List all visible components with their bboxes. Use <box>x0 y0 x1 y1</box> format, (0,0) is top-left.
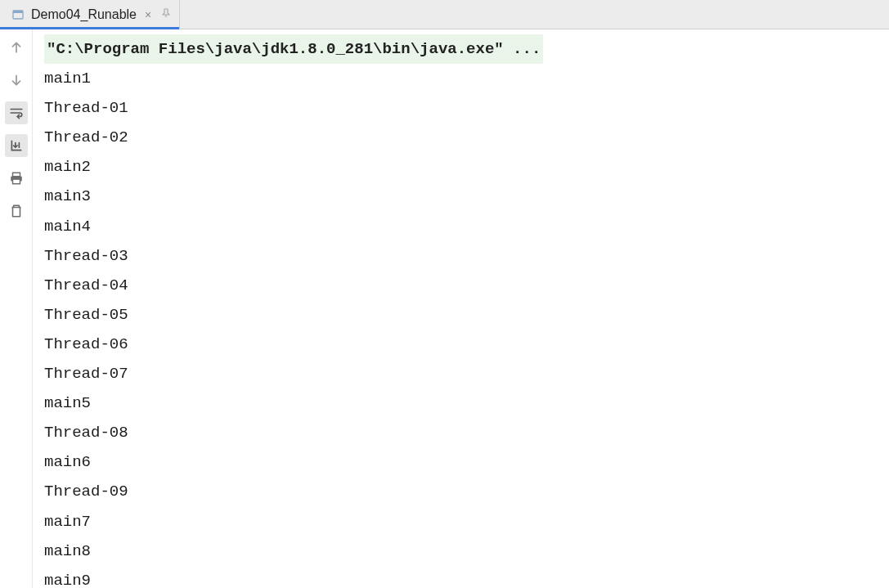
tab-bar: Demo04_Runable × <box>0 0 889 29</box>
console-output-line: Thread-05 <box>44 300 889 330</box>
down-stack-button[interactable] <box>5 69 28 92</box>
pin-icon[interactable] <box>161 8 171 20</box>
console-output-line: main4 <box>44 212 889 241</box>
console-output-line: main7 <box>44 507 889 536</box>
svg-rect-4 <box>12 179 20 184</box>
console-command-line: "C:\Program Files\java\jdk1.8.0_281\bin\… <box>44 34 543 64</box>
console-output-line: Thread-06 <box>44 330 889 359</box>
console-output-line: main5 <box>44 388 889 418</box>
console-output[interactable]: "C:\Program Files\java\jdk1.8.0_281\bin\… <box>33 29 889 588</box>
console-output-line: Thread-08 <box>44 418 889 447</box>
console-output-line: main8 <box>44 536 889 566</box>
console-output-line: main3 <box>44 182 889 211</box>
console-output-line: main9 <box>44 566 889 588</box>
console-output-line: Thread-09 <box>44 477 889 506</box>
tab-label: Demo04_Runable <box>31 7 137 22</box>
console-output-line: Thread-01 <box>44 93 889 123</box>
console-output-line: Thread-02 <box>44 123 889 152</box>
console-output-line: main1 <box>44 64 889 93</box>
console-output-line: Thread-07 <box>44 359 889 388</box>
svg-rect-2 <box>12 173 20 177</box>
console-output-line: main6 <box>44 447 889 477</box>
scroll-to-end-button[interactable] <box>5 134 28 157</box>
soft-wrap-button[interactable] <box>5 101 28 124</box>
clear-all-button[interactable] <box>5 200 28 222</box>
up-stack-button[interactable] <box>5 36 28 59</box>
close-icon[interactable]: × <box>143 8 153 21</box>
console-output-line: Thread-04 <box>44 271 889 300</box>
print-button[interactable] <box>5 167 28 190</box>
svg-rect-1 <box>13 11 23 13</box>
console-output-line: main2 <box>44 152 889 182</box>
console-toolbar <box>0 29 33 588</box>
console-output-line: Thread-03 <box>44 241 889 271</box>
tab-demo04-runable[interactable]: Demo04_Runable × <box>0 0 180 29</box>
run-config-icon <box>11 8 25 21</box>
